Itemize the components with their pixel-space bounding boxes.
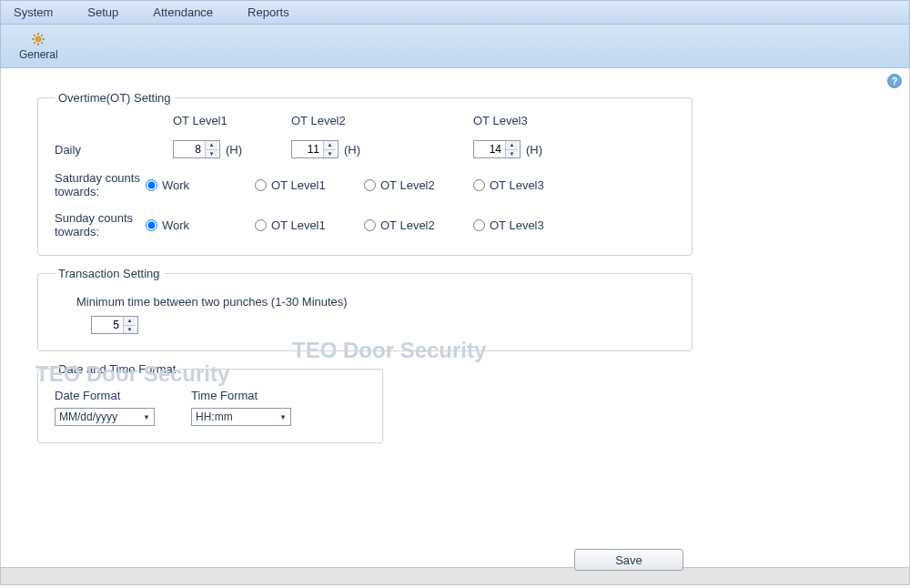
daily-label: Daily [55, 143, 146, 157]
sun-l2-radio[interactable]: OT Level2 [364, 218, 473, 232]
sun-l3-radio[interactable]: OT Level3 [473, 218, 582, 232]
spin-down-icon[interactable]: ▼ [324, 150, 336, 158]
menu-setup[interactable]: Setup [87, 5, 118, 19]
min-time-spinner[interactable]: ▲▼ [91, 316, 138, 334]
general-button[interactable]: General [19, 32, 58, 61]
save-button[interactable]: Save [574, 549, 683, 571]
datetime-fieldset: Date and Time Format Date Format MM/dd/y… [37, 362, 383, 443]
date-format-select[interactable]: MM/dd/yyyy ▼ [55, 408, 155, 426]
ot-l2-input[interactable] [292, 141, 323, 157]
sun-work-radio[interactable]: Work [146, 218, 255, 232]
time-format-label: Time Format [191, 389, 291, 402]
ot-l3-input[interactable] [474, 141, 505, 157]
chevron-down-icon: ▼ [143, 413, 150, 421]
spin-down-icon[interactable]: ▼ [506, 150, 518, 158]
ot-l2-spinner[interactable]: ▲▼ [291, 140, 339, 158]
unit-label: (H) [226, 143, 242, 157]
toolbar: General [0, 25, 910, 68]
menu-reports[interactable]: Reports [248, 5, 289, 19]
ot-l3-spinner[interactable]: ▲▼ [473, 140, 521, 158]
content-area: ? TEO Door Security TEO Door Security Ov… [0, 68, 910, 567]
spin-up-icon[interactable]: ▲ [124, 317, 136, 326]
time-format-select[interactable]: HH:mm ▼ [191, 408, 291, 426]
datetime-legend: Date and Time Format [55, 362, 179, 376]
svg-point-0 [35, 36, 41, 42]
ot-header-l2: OT Level2 [282, 114, 464, 127]
spin-up-icon[interactable]: ▲ [324, 141, 336, 150]
spin-down-icon[interactable]: ▼ [124, 326, 136, 334]
unit-label: (H) [344, 143, 360, 157]
overtime-legend: Overtime(OT) Setting [55, 91, 175, 105]
sun-l1-radio[interactable]: OT Level1 [255, 218, 364, 232]
sat-l2-radio[interactable]: OT Level2 [364, 178, 473, 192]
spin-up-icon[interactable]: ▲ [206, 141, 217, 150]
ot-header-l3: OT Level3 [464, 114, 646, 127]
ot-l1-spinner[interactable]: ▲▼ [173, 140, 220, 158]
help-icon[interactable]: ? [887, 74, 902, 88]
sat-l3-radio[interactable]: OT Level3 [473, 178, 582, 192]
spin-up-icon[interactable]: ▲ [506, 141, 518, 150]
menubar: System Setup Attendance Reports [0, 0, 910, 25]
transaction-legend: Transaction Setting [55, 267, 164, 280]
ot-l1-input[interactable] [174, 141, 205, 157]
transaction-note: Minimum time between two punches (1-30 M… [76, 295, 675, 309]
sat-l1-radio[interactable]: OT Level1 [255, 178, 364, 192]
ot-header-l1: OT Level1 [146, 114, 282, 127]
menu-attendance[interactable]: Attendance [153, 5, 213, 19]
transaction-fieldset: Transaction Setting Minimum time between… [37, 267, 693, 351]
date-format-label: Date Format [55, 389, 155, 402]
general-label: General [19, 48, 58, 61]
overtime-fieldset: Overtime(OT) Setting OT Level1 OT Level2… [37, 91, 693, 256]
spin-down-icon[interactable]: ▼ [206, 150, 217, 158]
status-bar [0, 567, 910, 585]
time-format-value: HH:mm [196, 411, 233, 423]
sat-work-radio[interactable]: Work [146, 178, 255, 192]
menu-system[interactable]: System [14, 5, 53, 19]
min-time-input[interactable] [92, 317, 123, 333]
date-format-value: MM/dd/yyyy [59, 411, 117, 423]
chevron-down-icon: ▼ [279, 413, 287, 421]
unit-label: (H) [526, 143, 542, 157]
gear-icon [31, 32, 46, 46]
